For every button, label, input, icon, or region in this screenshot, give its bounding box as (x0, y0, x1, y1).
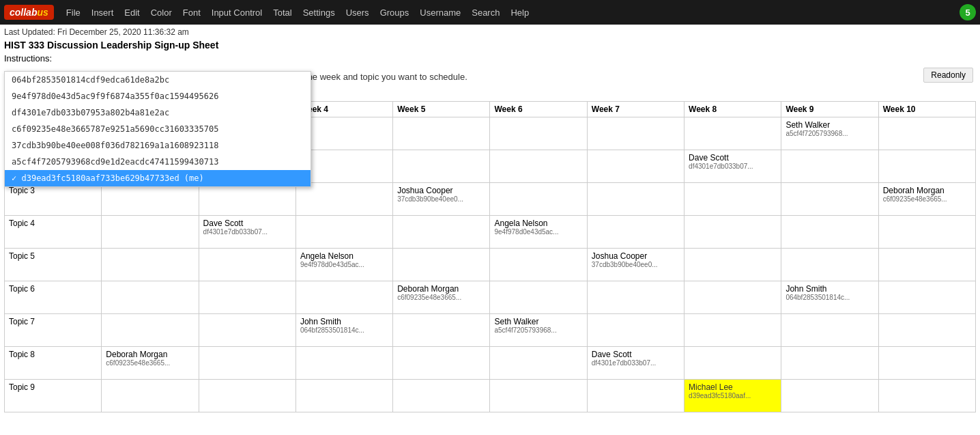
schedule-cell[interactable] (296, 216, 392, 249)
dropdown-item-0[interactable]: 064bf2853501814cdf9edca61de8a2bc (5, 72, 311, 88)
schedule-cell[interactable] (587, 117, 684, 150)
schedule-cell[interactable] (587, 314, 684, 347)
schedule-cell[interactable]: John Smith064bf2853501814c... (781, 281, 878, 314)
schedule-cell[interactable]: Michael Leed39ead3fc5180aaf... (684, 380, 781, 412)
schedule-cell[interactable] (199, 281, 296, 314)
schedule-cell[interactable] (296, 281, 392, 314)
schedule-cell[interactable] (393, 347, 490, 380)
schedule-cell[interactable] (102, 183, 199, 216)
schedule-cell[interactable]: Dave Scottdf4301e7db033b07... (199, 216, 296, 249)
schedule-cell[interactable] (490, 380, 587, 412)
user-dropdown[interactable]: 064bf2853501814cdf9edca61de8a2bc 9e4f978… (4, 71, 311, 187)
schedule-cell[interactable] (102, 249, 199, 281)
schedule-cell[interactable] (393, 117, 490, 150)
schedule-cell[interactable] (587, 281, 684, 314)
schedule-cell[interactable] (393, 249, 490, 281)
schedule-cell[interactable] (490, 183, 587, 216)
schedule-cell[interactable] (684, 249, 781, 281)
dropdown-item-6-selected[interactable]: d39ead3fc5180aaf733be629b47733ed (me) (5, 170, 311, 186)
menu-color[interactable]: Color (145, 3, 177, 22)
schedule-cell[interactable] (296, 347, 392, 380)
schedule-cell[interactable] (199, 183, 296, 216)
schedule-cell[interactable] (781, 249, 878, 281)
schedule-cell[interactable]: Seth Walkera5cf4f7205793968... (490, 314, 587, 347)
notification-badge[interactable]: 5 (960, 4, 976, 20)
schedule-cell[interactable] (490, 249, 587, 281)
topic-cell: Topic 8 (5, 347, 102, 380)
schedule-cell[interactable] (490, 150, 587, 183)
schedule-cell[interactable] (296, 380, 392, 412)
schedule-cell[interactable]: Joshua Cooper37cdb3b90be40ee0... (393, 183, 490, 216)
schedule-cell[interactable] (781, 314, 878, 347)
cell-id: df4301e7db033b07... (689, 163, 777, 170)
schedule-cell[interactable]: Angela Nelson9e4f978d0e43d5ac... (296, 249, 392, 281)
dropdown-item-3[interactable]: c6f09235e48e3665787e9251a5690cc316033357… (5, 121, 311, 137)
schedule-cell[interactable] (587, 216, 684, 249)
schedule-cell[interactable] (587, 150, 684, 183)
schedule-cell[interactable] (684, 117, 781, 150)
dropdown-item-2[interactable]: df4301e7db033b07953a802b4a81e2ac (5, 104, 311, 121)
schedule-cell[interactable]: John Smith064bf2853501814c... (296, 314, 392, 347)
schedule-cell[interactable] (393, 314, 490, 347)
schedule-cell[interactable] (199, 249, 296, 281)
menu-users[interactable]: Users (341, 3, 375, 22)
menu-font[interactable]: Font (177, 3, 206, 22)
schedule-cell[interactable] (393, 380, 490, 412)
menu-search[interactable]: Search (466, 3, 505, 22)
menu-edit[interactable]: Edit (119, 3, 145, 22)
schedule-cell[interactable] (490, 281, 587, 314)
readonly-button[interactable]: Readonly (923, 68, 973, 83)
schedule-cell[interactable]: Seth Walkera5cf4f7205793968... (781, 117, 878, 150)
schedule-cell[interactable] (878, 380, 975, 412)
schedule-cell[interactable] (587, 380, 684, 412)
menu-groups[interactable]: Groups (375, 3, 415, 22)
schedule-cell[interactable] (393, 216, 490, 249)
schedule-cell[interactable]: Joshua Cooper37cdb3b90be40ee0... (587, 249, 684, 281)
schedule-cell[interactable] (878, 117, 975, 150)
schedule-cell[interactable]: Dave Scottdf4301e7db033b07... (587, 347, 684, 380)
schedule-cell[interactable] (878, 150, 975, 183)
menu-file[interactable]: File (61, 3, 86, 22)
schedule-cell[interactable]: Deborah Morganc6f09235e48e3665... (102, 347, 199, 380)
dropdown-item-4[interactable]: 37cdb3b90be40ee008f036d782169a1a16089231… (5, 137, 311, 154)
menu-help[interactable]: Help (505, 3, 534, 22)
schedule-cell[interactable] (393, 150, 490, 183)
schedule-cell[interactable] (490, 117, 587, 150)
schedule-cell[interactable]: Dave Scottdf4301e7db033b07... (684, 150, 781, 183)
schedule-cell[interactable] (684, 347, 781, 380)
schedule-cell[interactable] (684, 281, 781, 314)
menu-total[interactable]: Total (268, 3, 297, 22)
schedule-cell[interactable] (684, 216, 781, 249)
menu-username[interactable]: Username (414, 3, 466, 22)
schedule-cell[interactable] (878, 314, 975, 347)
schedule-cell[interactable] (781, 150, 878, 183)
dropdown-item-5[interactable]: a5cf4f7205793968cd9e1d2eacdc474115994307… (5, 154, 311, 170)
schedule-cell[interactable] (102, 216, 199, 249)
schedule-cell[interactable] (684, 314, 781, 347)
schedule-cell[interactable] (878, 281, 975, 314)
schedule-cell[interactable] (102, 281, 199, 314)
schedule-cell[interactable]: Deborah Morganc6f09235e48e3665... (878, 183, 975, 216)
schedule-cell[interactable] (490, 347, 587, 380)
schedule-cell[interactable] (199, 380, 296, 412)
schedule-cell[interactable] (587, 183, 684, 216)
schedule-cell[interactable] (781, 183, 878, 216)
menu-settings[interactable]: Settings (298, 3, 341, 22)
schedule-cell[interactable] (878, 347, 975, 380)
schedule-cell[interactable] (102, 380, 199, 412)
schedule-cell[interactable] (781, 380, 878, 412)
dropdown-item-1[interactable]: 9e4f978d0e43d5ac9f9f6874a355f0ac15944956… (5, 88, 311, 104)
schedule-cell[interactable]: Deborah Morganc6f09235e48e3665... (393, 281, 490, 314)
schedule-cell[interactable]: Angela Nelson9e4f978d0e43d5ac... (490, 216, 587, 249)
schedule-cell[interactable] (878, 216, 975, 249)
schedule-cell[interactable] (102, 314, 199, 347)
schedule-cell[interactable] (199, 314, 296, 347)
schedule-cell[interactable] (781, 216, 878, 249)
schedule-cell[interactable] (878, 249, 975, 281)
schedule-cell[interactable] (296, 183, 392, 216)
schedule-cell[interactable] (199, 347, 296, 380)
menu-insert[interactable]: Insert (86, 3, 119, 22)
schedule-cell[interactable] (781, 347, 878, 380)
menu-input-control[interactable]: Input Control (206, 3, 268, 22)
schedule-cell[interactable] (684, 183, 781, 216)
